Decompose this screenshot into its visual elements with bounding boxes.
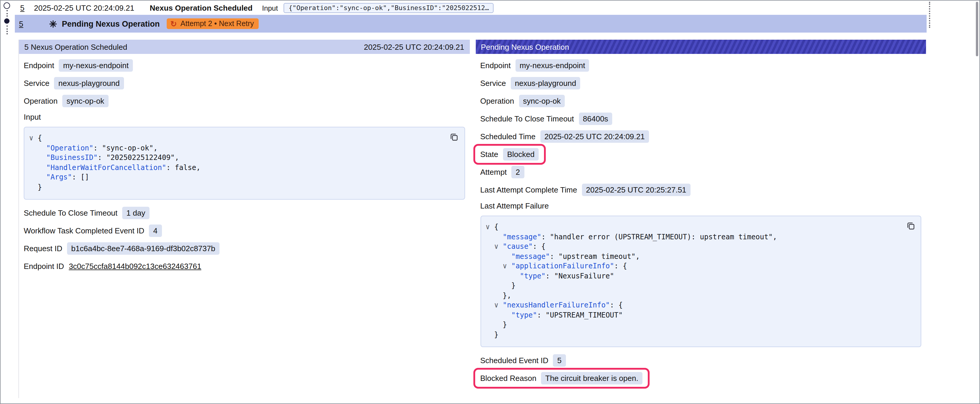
panel-title: Pending Nexus Operation — [481, 42, 569, 51]
field-value[interactable]: 3c0c75ccfa8144b092c13ce632463761 — [69, 262, 201, 271]
retry-icon: ↻ — [170, 20, 177, 27]
json-text: "upstream timeout", — [558, 252, 640, 260]
field-service: Servicenexus-playground — [24, 77, 465, 89]
field-request-id: Request IDb1c6a4bc-8ee7-468a-9169-df3b02… — [24, 242, 465, 255]
timeline-rail — [1, 1, 15, 38]
field-operation: Operationsync-op-ok — [480, 95, 921, 107]
input-section-label: Input — [24, 112, 465, 122]
copy-icon — [906, 221, 915, 230]
field-label: Operation — [480, 97, 514, 105]
event-timestamp: 2025-02-25 UTC 20:24:09.21 — [34, 3, 134, 13]
json-text: } — [29, 183, 42, 191]
field-service: Servicenexus-playground — [480, 77, 921, 89]
json-text: "sync-op-ok", — [102, 144, 158, 152]
json-text — [485, 301, 494, 309]
panel-scheduled-body: Endpointmy-nexus-endpointServicenexus-pl… — [19, 54, 469, 286]
collapse-chevron-icon[interactable]: ∨ — [485, 223, 494, 231]
field-value: 1 day — [122, 207, 150, 219]
annotation-wrapper: Blocked ReasonThe circuit breaker is ope… — [480, 372, 643, 385]
field-value: The circuit breaker is open. — [541, 372, 643, 385]
event-row-scheduled[interactable]: 5 2025-02-25 UTC 20:24:09.21 Nexus Opera… — [15, 1, 926, 15]
field-value: 2 — [512, 166, 524, 178]
field-label: Scheduled Time — [480, 132, 535, 141]
json-key: "message" — [511, 252, 550, 260]
event-id-link[interactable]: 5 — [19, 19, 23, 28]
scrollbar-thumb[interactable] — [976, 2, 978, 56]
json-text: : — [72, 173, 81, 181]
json-text: : — [550, 252, 558, 260]
field-value: nexus-playground — [511, 77, 581, 89]
timeline-dotted-line — [6, 25, 8, 34]
failure-json-viewer: ∨ { "message": "handler error (UPSTREAM_… — [480, 215, 921, 347]
field-schedule-to-close-timeout: Schedule To Close Timeout86400s — [480, 112, 921, 125]
code-line: "BusinessID": "20250225122409", — [29, 153, 448, 163]
field-value: 5 — [553, 354, 566, 367]
json-text — [29, 154, 46, 162]
collapse-chevron-icon[interactable]: ∨ — [494, 242, 503, 250]
field-endpoint: Endpointmy-nexus-endpoint — [480, 59, 921, 72]
field-value: sync-op-ok — [62, 95, 108, 107]
collapse-chevron-icon[interactable]: ∨ — [503, 262, 511, 270]
json-text: : — [98, 154, 106, 162]
field-value: 4 — [149, 225, 162, 237]
field-last-attempt-complete-time: Last Attempt Complete Time2025-02-25 UTC… — [480, 184, 921, 196]
collapse-chevron-icon[interactable]: ∨ — [494, 301, 503, 309]
panel-timestamp: 2025-02-25 UTC 20:24:09.21 — [364, 42, 464, 51]
copy-button[interactable] — [449, 131, 460, 142]
copy-icon — [450, 132, 458, 141]
field-label: Schedule To Close Timeout — [480, 114, 574, 123]
copy-button[interactable] — [905, 220, 916, 231]
json-text — [29, 173, 46, 181]
json-text — [485, 252, 511, 260]
field-label: Schedule To Close Timeout — [24, 209, 118, 217]
code-line: "message": "handler error (UPSTREAM_TIME… — [485, 232, 904, 242]
json-text — [485, 262, 503, 270]
json-key: "BusinessID" — [46, 154, 98, 162]
code-line: } — [485, 281, 904, 291]
json-text — [29, 163, 46, 171]
field-state: StateBlocked — [480, 148, 921, 160]
event-row-pending[interactable]: 5 Pending Nexus Operation ↻ Attempt 2 • … — [15, 15, 927, 33]
json-text: "NexusFailure" — [554, 272, 614, 280]
event-title: Nexus Operation Scheduled — [150, 3, 253, 13]
input-preview: {"Operation":"sync-op-ok","BusinessID":"… — [284, 3, 494, 13]
json-text: : — [166, 163, 175, 171]
json-text: : — [541, 233, 550, 241]
json-text — [485, 272, 520, 280]
json-text — [485, 242, 494, 250]
timeline-start-icon — [3, 2, 10, 9]
json-text: : — [94, 144, 102, 152]
scrollbar[interactable] — [974, 1, 979, 403]
code-line: ∨ "nexusHandlerFailureInfo": { — [485, 300, 904, 310]
temporal-event-history-screen: 5 2025-02-25 UTC 20:24:09.21 Nexus Opera… — [0, 0, 980, 404]
panel-pending-body: Endpointmy-nexus-endpointServicenexus-pl… — [476, 54, 926, 398]
json-text: : — [537, 311, 546, 319]
json-text: } — [485, 330, 498, 339]
json-text: "UPSTREAM_TIMEOUT" — [546, 311, 623, 319]
event-id-link[interactable]: 5 — [20, 3, 24, 13]
field-label: Blocked Reason — [480, 374, 536, 383]
field-endpoint-id: Endpoint ID3c0c75ccfa8144b092c13ce632463… — [24, 260, 465, 273]
code-line: ∨ { — [29, 133, 448, 143]
code-line: "type": "NexusFailure" — [485, 271, 904, 281]
field-value: 2025-02-25 UTC 20:25:27.51 — [582, 184, 690, 196]
field-label: Endpoint — [480, 61, 511, 70]
field-operation: Operationsync-op-ok — [24, 95, 465, 107]
field-label: Request ID — [24, 244, 62, 253]
panel-pending: Pending Nexus Operation Endpointmy-nexus… — [476, 40, 926, 398]
field-scheduled-event-id: Scheduled Event ID5 — [480, 354, 921, 367]
json-text: } — [485, 320, 507, 329]
field-label: State — [480, 150, 498, 159]
field-value: my-nexus-endpoint — [59, 59, 133, 72]
code-line: ∨ { — [485, 222, 904, 232]
collapse-chevron-icon[interactable]: ∨ — [29, 134, 38, 142]
json-key: "cause" — [503, 242, 533, 250]
field-endpoint: Endpointmy-nexus-endpoint — [24, 59, 465, 72]
input-label: Input — [262, 4, 278, 12]
code-line: "Operation": "sync-op-ok", — [29, 143, 448, 153]
json-key: "type" — [520, 272, 546, 280]
json-key: "HandlerWaitForCancellation" — [46, 163, 166, 171]
json-text: "handler error (UPSTREAM_TIMEOUT): upstr… — [550, 233, 777, 241]
code-line: ∨ "applicationFailureInfo": { — [485, 261, 904, 271]
field-value: 2025-02-25 UTC 20:24:09.21 — [540, 130, 649, 143]
